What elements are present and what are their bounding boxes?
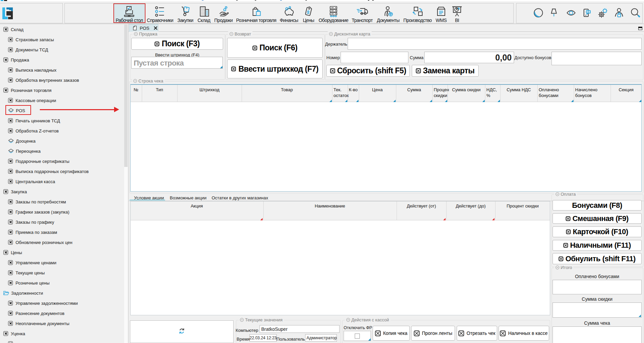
svg-text:$: $	[306, 9, 310, 15]
